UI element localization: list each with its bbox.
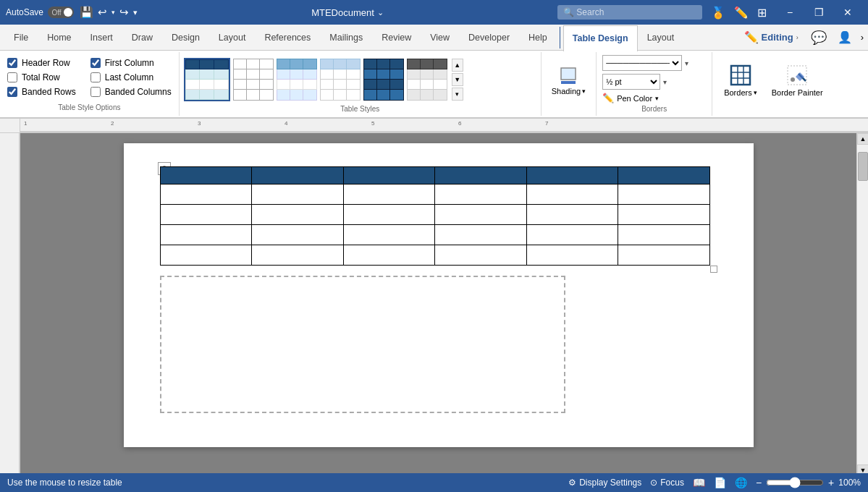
table-cell[interactable] — [435, 245, 527, 266]
read-mode-icon[interactable]: 📖 — [693, 477, 705, 488]
table-cell[interactable] — [435, 167, 527, 184]
table-cell[interactable] — [526, 205, 618, 225]
restore-button[interactable]: ❒ — [804, 0, 833, 25]
autosave-toggle[interactable]: Off — [48, 7, 74, 18]
tab-design[interactable]: Design — [162, 25, 209, 51]
display-modes-icon[interactable]: ⊞ — [757, 6, 767, 20]
tab-layout-contextual[interactable]: Layout — [638, 25, 684, 51]
styles-scroll-up[interactable]: ▲ — [452, 59, 463, 72]
table-cell[interactable] — [160, 205, 252, 225]
table-cell[interactable] — [343, 167, 435, 184]
display-settings-button[interactable]: ⚙ Display Settings — [568, 478, 641, 488]
table-cell[interactable] — [618, 205, 710, 225]
doc-chevron[interactable]: ⌄ — [377, 8, 384, 17]
borders-dropdown[interactable]: ▾ — [754, 89, 757, 96]
customize-icon[interactable]: ▾ — [133, 8, 138, 17]
table-cell[interactable] — [343, 205, 435, 225]
styles-scroll-down[interactable]: ▼ — [452, 73, 463, 86]
table-cell[interactable] — [252, 225, 344, 245]
redo-icon[interactable]: ↪ — [119, 6, 129, 19]
zoom-in-icon[interactable]: + — [828, 477, 834, 488]
tab-insert[interactable]: Insert — [81, 25, 122, 51]
table-style-4[interactable] — [320, 59, 361, 101]
table-cell[interactable] — [618, 167, 710, 184]
table-cell[interactable] — [252, 167, 344, 184]
first-column-checkbox[interactable] — [90, 58, 101, 68]
table-cell[interactable] — [160, 245, 252, 266]
focus-button[interactable]: ⊙ Focus — [650, 478, 684, 488]
table-cell[interactable] — [160, 184, 252, 205]
table-cell[interactable] — [526, 167, 618, 184]
table-resize-handle[interactable] — [710, 266, 717, 273]
table-cell[interactable] — [252, 205, 344, 225]
tab-help[interactable]: Help — [519, 25, 557, 51]
border-width-dropdown[interactable]: ▾ — [663, 78, 667, 86]
undo-icon[interactable]: ↩ — [98, 6, 107, 19]
minimize-button[interactable]: − — [775, 0, 804, 25]
pen-color-dropdown[interactable]: ▾ — [655, 95, 659, 102]
table-cell[interactable] — [252, 245, 344, 266]
border-painter-button[interactable]: Border Painter — [766, 59, 829, 100]
table-cell[interactable] — [526, 225, 618, 245]
tab-developer[interactable]: Developer — [459, 25, 519, 51]
close-button[interactable]: ✕ — [833, 0, 862, 25]
banded-rows-checkbox[interactable] — [7, 87, 17, 97]
save-icon[interactable]: 💾 — [80, 6, 93, 19]
table-style-selected[interactable] — [184, 58, 230, 101]
total-row-option[interactable]: Total Row — [7, 71, 76, 84]
tab-layout-main[interactable]: Layout — [209, 25, 256, 51]
border-style-select[interactable]: ──────────── - - - - - - - ············ — [602, 55, 682, 71]
table-cell[interactable] — [618, 184, 710, 205]
tab-references[interactable]: References — [255, 25, 320, 51]
last-column-checkbox[interactable] — [90, 72, 101, 82]
zoom-slider[interactable] — [766, 477, 824, 488]
table-cell[interactable] — [343, 245, 435, 266]
tab-file[interactable]: File — [4, 25, 38, 51]
print-layout-icon[interactable]: 📄 — [714, 477, 726, 488]
first-column-option[interactable]: First Column — [90, 56, 172, 69]
tab-review[interactable]: Review — [372, 25, 421, 51]
table-style-2[interactable] — [233, 59, 274, 101]
tab-draw[interactable]: Draw — [122, 25, 162, 51]
comments-icon[interactable]: 💬 — [809, 27, 829, 48]
tab-table-design[interactable]: Table Design — [563, 25, 638, 51]
dictate-icon[interactable]: ✏️ — [734, 6, 749, 20]
tab-mailings[interactable]: Mailings — [320, 25, 372, 51]
header-row-option[interactable]: Header Row — [7, 56, 76, 69]
border-width-select[interactable]: ½ pt 1 pt 1½ pt 2¼ pt 3 pt — [602, 74, 660, 90]
table-cell[interactable] — [435, 225, 527, 245]
user-icon[interactable]: 👤 — [835, 27, 855, 48]
editing-section[interactable]: ✏️ Editing › — [740, 29, 803, 46]
table-style-5[interactable] — [363, 59, 404, 101]
table-cell[interactable] — [526, 245, 618, 266]
doc-scroll[interactable]: ⊕ — [20, 133, 856, 476]
table-cell[interactable] — [435, 205, 527, 225]
styles-scroll-expand[interactable]: ▾ — [452, 88, 463, 101]
shading-button[interactable]: Shading ▾ — [547, 61, 590, 98]
table-cell[interactable] — [343, 184, 435, 205]
scroll-track[interactable] — [857, 145, 868, 465]
table-cell[interactable] — [435, 184, 527, 205]
table-cell[interactable] — [618, 245, 710, 266]
table-style-6[interactable] — [407, 59, 447, 101]
zoom-out-icon[interactable]: − — [756, 477, 762, 488]
header-row-checkbox[interactable] — [7, 58, 17, 68]
tab-view[interactable]: View — [421, 25, 459, 51]
total-row-checkbox[interactable] — [7, 72, 17, 82]
table-cell[interactable] — [343, 225, 435, 245]
banded-columns-option[interactable]: Banded Columns — [90, 85, 172, 98]
table-cell[interactable] — [160, 225, 252, 245]
borders-button[interactable]: Borders ▾ — [718, 59, 763, 100]
ribbon-icon[interactable]: 🏅 — [711, 6, 725, 20]
table-cell[interactable] — [618, 225, 710, 245]
scroll-thumb[interactable] — [858, 152, 868, 181]
table-style-3[interactable] — [277, 59, 317, 101]
table-cell[interactable] — [526, 184, 618, 205]
border-style-dropdown[interactable]: ▾ — [685, 59, 688, 67]
shading-dropdown[interactable]: ▾ — [582, 88, 586, 95]
table-cell[interactable] — [160, 167, 252, 184]
web-layout-icon[interactable]: 🌐 — [735, 477, 747, 488]
banded-columns-checkbox[interactable] — [90, 87, 101, 97]
search-input[interactable] — [557, 5, 702, 20]
scroll-up-button[interactable]: ▲ — [857, 133, 868, 145]
